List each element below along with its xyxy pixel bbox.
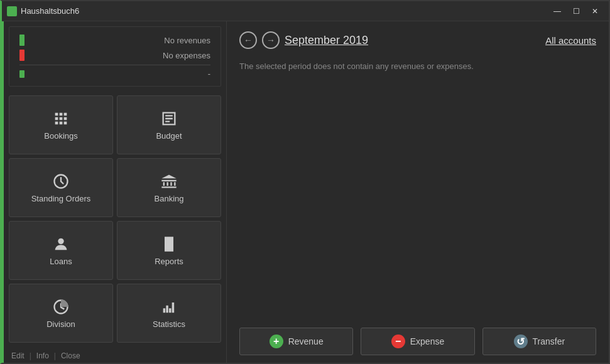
transfer-label: Transfer	[533, 336, 565, 346]
standing-orders-label: Standing Orders	[31, 194, 91, 203]
next-period-button[interactable]: →	[262, 31, 280, 49]
banking-label: Banking	[155, 194, 184, 203]
transfer-icon: ↺	[514, 335, 528, 348]
revenue-button[interactable]: + Revenue	[239, 328, 353, 355]
app-title: Haushaltsbuch6	[21, 6, 79, 16]
revenue-label: No revenues	[32, 36, 210, 45]
standing-orders-icon	[52, 173, 70, 190]
statistics-label: Statistics	[153, 319, 185, 329]
expense-button[interactable]: − Expense	[361, 328, 474, 355]
footer-links: Edit | Info | Close	[4, 346, 226, 364]
statistics-icon	[160, 298, 178, 316]
transfer-button[interactable]: ↺ Transfer	[482, 328, 596, 355]
loans-icon	[52, 235, 70, 253]
bookings-icon	[52, 110, 70, 127]
period-navigation: ← → September 2019 All accounts	[239, 31, 596, 49]
prev-period-button[interactable]: ←	[239, 31, 257, 49]
reports-label: Reports	[155, 257, 183, 266]
revenue-label: Revenue	[288, 336, 324, 346]
reports-icon	[160, 235, 178, 253]
division-label: Division	[46, 319, 75, 329]
budget-button[interactable]: Budget	[117, 95, 221, 154]
banking-button[interactable]: Banking	[117, 158, 221, 217]
loans-label: Loans	[50, 257, 72, 266]
standing-orders-button[interactable]: Standing Orders	[9, 158, 113, 217]
info-link[interactable]: Info	[36, 351, 49, 360]
statistics-button[interactable]: Statistics	[117, 284, 221, 343]
summary-divider	[19, 65, 210, 65]
close-window-button[interactable]: ✕	[586, 4, 604, 18]
minimize-button[interactable]: —	[548, 4, 566, 18]
edit-link[interactable]: Edit	[11, 351, 25, 360]
window-controls: — ☐ ✕	[548, 4, 604, 18]
expense-row: No expenses	[19, 50, 210, 61]
balance-row: -	[19, 69, 210, 78]
action-buttons: + Revenue − Expense ↺ Transfer	[239, 318, 596, 355]
feature-grid: Bookings Budget Standing Orders B	[4, 92, 226, 346]
close-link[interactable]: Close	[61, 351, 80, 360]
left-panel: No revenues No expenses - Bookings	[4, 21, 227, 364]
titlebar: Haushaltsbuch6 — ☐ ✕	[2, 1, 609, 21]
expense-label: Expense	[410, 336, 444, 346]
empty-message: The selected period does not contain any…	[239, 62, 596, 71]
expense-icon: −	[391, 335, 405, 348]
expense-bar	[19, 50, 25, 61]
bookings-button[interactable]: Bookings	[9, 95, 113, 154]
right-panel: ← → September 2019 All accounts The sele…	[227, 21, 609, 364]
app-icon	[7, 6, 17, 16]
sep2: |	[54, 351, 56, 360]
revenue-icon: +	[270, 335, 283, 348]
balance-bar	[19, 70, 25, 78]
all-accounts-button[interactable]: All accounts	[545, 35, 596, 46]
maximize-button[interactable]: ☐	[567, 4, 585, 18]
svg-point-1	[58, 238, 63, 244]
budget-label: Budget	[156, 131, 182, 141]
main-layout: No revenues No expenses - Bookings	[2, 21, 609, 364]
budget-icon	[160, 110, 178, 127]
division-button[interactable]: Division	[9, 284, 113, 343]
summary-section: No revenues No expenses -	[9, 26, 221, 87]
expense-label: No expenses	[32, 51, 210, 60]
reports-button[interactable]: Reports	[117, 221, 221, 280]
sep1: |	[30, 351, 31, 360]
bookings-label: Bookings	[44, 131, 77, 141]
banking-icon	[160, 173, 178, 190]
loans-button[interactable]: Loans	[9, 221, 113, 280]
division-icon	[52, 298, 70, 316]
revenue-bar	[19, 35, 25, 46]
revenue-row: No revenues	[19, 35, 210, 46]
titlebar-left: Haushaltsbuch6	[7, 6, 79, 16]
balance-value: -	[32, 69, 210, 78]
period-title[interactable]: September 2019	[285, 34, 368, 47]
